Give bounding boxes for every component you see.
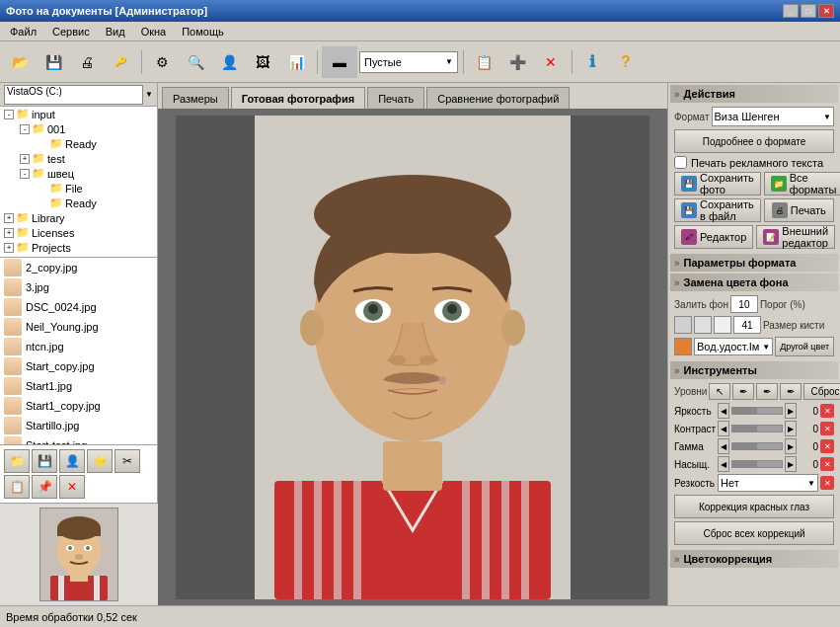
color-swatch-1[interactable] [674,316,692,334]
save-photo-btn[interactable]: 💾 Сохранитьфото [674,172,761,196]
contrast-reset-icon[interactable]: ✕ [820,422,834,435]
brush-size-input[interactable] [733,316,761,334]
toggle-shvets[interactable]: - [20,169,30,179]
contrast-right-btn[interactable]: ▶ [785,421,797,436]
tab-ready-photo[interactable]: Готовая фотография [231,87,365,109]
icon-btn-cut[interactable]: ✂ [115,449,140,473]
saturation-track[interactable] [731,460,783,468]
red-eye-btn[interactable]: Коррекция красных глаз [674,495,834,518]
tree-item-input[interactable]: - 📁 input [0,107,157,121]
toolbar-btn-9[interactable]: 📊 [280,46,312,78]
file-item-3[interactable]: Neil_Young.jpg [0,317,157,337]
tree-item-shvets[interactable]: - 📁 швец [0,166,157,181]
toolbar-btn-4[interactable]: 🔑 [105,46,136,78]
file-item-7[interactable]: Start1_copy.jpg [0,396,157,416]
template-combo[interactable]: Пустые ▼ [359,51,458,73]
toolbar-btn-10[interactable]: ▬ [322,46,357,78]
icon-btn-user[interactable]: 👤 [59,449,85,473]
toolbar-btn-1[interactable]: 📂 [4,46,36,78]
tab-sizes[interactable]: Размеры [162,87,229,109]
toolbar-btn-6[interactable]: 🔍 [180,46,211,78]
file-item-6[interactable]: Start1.jpg [0,376,157,396]
tree-item-projects[interactable]: + 📁 Projects [0,240,157,255]
brightness-left-btn[interactable]: ◀ [718,403,729,419]
levels-gray-btn[interactable]: ✒ [780,383,802,400]
drive-combo[interactable]: VistaOS (C:) [4,85,143,105]
gamma-left-btn[interactable]: ◀ [718,438,729,454]
menu-help[interactable]: Помощь [176,24,230,39]
fill-value-input[interactable]: 10 [730,295,758,313]
tree-item-file[interactable]: 📁 File [0,181,157,196]
icon-btn-del[interactable]: ✕ [59,475,85,499]
toggle-001[interactable]: - [20,124,30,134]
file-item-8[interactable]: Startillo.jpg [0,416,157,435]
saturation-reset-icon[interactable]: ✕ [820,457,834,471]
file-item-2[interactable]: DSC_0024.jpg [0,297,157,317]
gamma-track[interactable] [731,442,783,450]
menu-service[interactable]: Сервис [46,24,96,39]
all-formats-btn[interactable]: 📁 Всеформаты [764,172,840,196]
bg-replace-header[interactable]: Замена цвета фона [670,274,838,291]
brightness-track[interactable] [731,407,783,415]
maximize-button[interactable]: □ [801,4,816,18]
ext-editor-btn[interactable]: 📝 Внешнийредактор [756,225,835,249]
toggle-test[interactable]: + [20,154,30,164]
icon-btn-copy[interactable]: 📋 [4,475,30,499]
toggle-projects[interactable]: + [4,243,14,253]
saturation-left-btn[interactable]: ◀ [718,456,729,472]
levels-cursor-btn[interactable]: ↖ [709,383,730,400]
toolbar-btn-11[interactable]: 📋 [468,46,499,78]
gamma-right-btn[interactable]: ▶ [785,438,797,454]
tab-print[interactable]: Печать [367,87,424,109]
toolbar-btn-8[interactable]: 🖼 [247,46,278,78]
drive-combo-arrow[interactable]: ▼ [145,90,153,99]
save-file-btn[interactable]: 💾 Сохранитьв файл [674,198,761,222]
file-item-4[interactable]: ntcn.jpg [0,337,157,356]
water-combo[interactable]: Вод.удост.Iм ▼ [694,338,773,355]
sharpness-reset-icon[interactable]: ✕ [820,476,834,490]
toolbar-btn-2[interactable]: 💾 [38,46,69,78]
toolbar-help-btn[interactable]: ? [610,46,642,78]
toggle-licenses[interactable]: + [4,228,14,238]
toolbar-btn-12[interactable]: ➕ [501,46,533,78]
reset-btn[interactable]: Сброс [803,383,840,400]
other-color-btn[interactable]: Другой цвет [775,337,834,356]
file-item-0[interactable]: 2_copy.jpg [0,258,157,277]
brightness-right-btn[interactable]: ▶ [785,403,797,419]
contrast-left-btn[interactable]: ◀ [718,421,729,436]
editor-btn[interactable]: 🖊 Редактор [674,225,753,249]
tools-header[interactable]: Инструменты [670,361,838,379]
water-color-swatch[interactable] [674,338,692,355]
tree-item-test[interactable]: + 📁 test [0,151,157,166]
print-btn[interactable]: 🖨 Печать [764,198,834,222]
tree-item-ready2[interactable]: 📁 Ready [0,196,157,210]
icon-btn-folder[interactable]: 📁 [4,449,30,473]
toggle-library[interactable]: + [4,213,14,223]
tree-item-ready1[interactable]: 📁 Ready [0,136,157,151]
file-item-1[interactable]: 3.jpg [0,277,157,297]
toolbar-btn-5[interactable]: ⚙ [146,46,178,78]
levels-black-btn[interactable]: ✒ [732,383,754,400]
tree-item-001[interactable]: - 📁 001 [0,121,157,136]
format-detail-btn[interactable]: Подробнее о формате [674,129,834,153]
sharpness-combo[interactable]: Нет ▼ [718,474,818,492]
file-item-5[interactable]: Start_copy.jpg [0,356,157,376]
toolbar-info-btn[interactable]: ℹ [576,46,608,78]
levels-white-btn[interactable]: ✒ [756,383,778,400]
menu-file[interactable]: Файл [4,24,42,39]
toolbar-btn-13[interactable]: ✕ [535,46,567,78]
menu-view[interactable]: Вид [100,24,131,39]
toggle-input[interactable]: - [4,110,14,119]
icon-btn-paste[interactable]: 📌 [32,475,57,499]
saturation-right-btn[interactable]: ▶ [785,456,797,472]
icon-btn-save[interactable]: 💾 [32,449,57,473]
color-swatch-2[interactable] [694,316,712,334]
gamma-reset-icon[interactable]: ✕ [820,439,834,453]
minimize-button[interactable]: _ [783,4,799,18]
color-correction-header[interactable]: Цветокоррекция [670,550,838,568]
format-combo[interactable]: Виза Шенген ▼ [712,107,834,126]
actions-header[interactable]: Действия [670,85,838,103]
contrast-track[interactable] [731,425,783,432]
tree-item-licenses[interactable]: + 📁 Licenses [0,225,157,240]
color-swatch-3[interactable] [714,316,731,334]
